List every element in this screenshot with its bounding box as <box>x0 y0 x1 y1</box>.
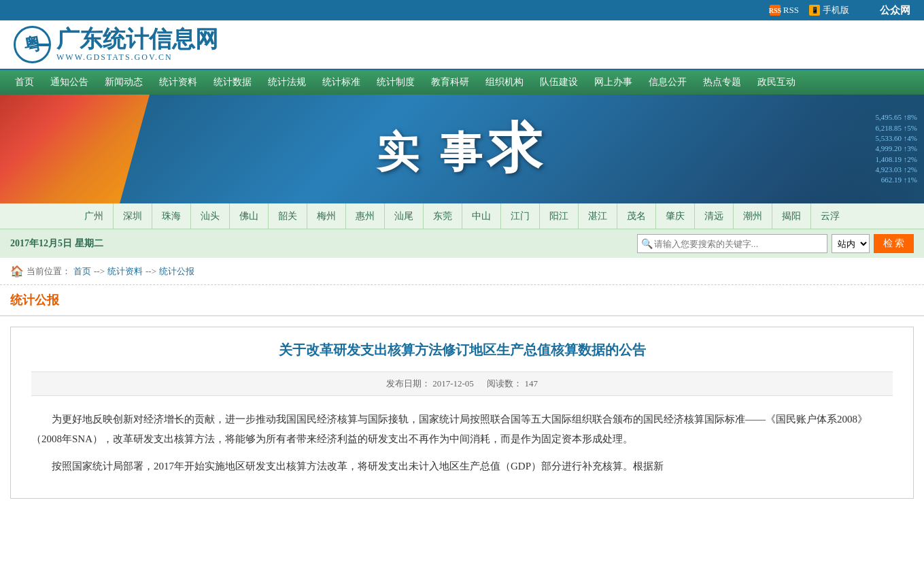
city-shenzhen[interactable]: 深圳 <box>114 203 152 229</box>
main-nav: 首页 通知公告 新闻动态 统计资料 统计数据 统计法规 统计标准 统计制度 教育… <box>0 70 924 95</box>
logo-area[interactable]: 粤 广东统计信息网 WWW.GDSTATS.GOV.CN <box>14 26 218 63</box>
city-shanwei[interactable]: 汕尾 <box>385 203 424 229</box>
city-shaoguan[interactable]: 韶关 <box>269 203 307 229</box>
nav-item-organization[interactable]: 组织机构 <box>477 70 532 95</box>
section-title: 统计公报 <box>10 293 59 307</box>
mobile-icon: 📱 <box>809 5 820 16</box>
city-yangjiang[interactable]: 阳江 <box>540 203 579 229</box>
city-jiangmen[interactable]: 江门 <box>501 203 540 229</box>
home-icon: 🏠 <box>10 265 24 278</box>
nav-item-education[interactable]: 教育科研 <box>423 70 477 95</box>
stock-data: 5,495.65 ↑8% 6,218.85 ↑5% 5,533.60 ↑4% 4… <box>876 112 917 186</box>
article-meta: 发布日期： 2017-12-05 阅读数： 147 <box>31 372 893 396</box>
search-button[interactable]: 检 索 <box>874 234 914 253</box>
date-search-bar: 2017年12月5日 星期二 🔍 站内 全站 检 索 <box>0 229 924 258</box>
article-title: 关于改革研发支出核算方法修订地区生产总值核算数据的公告 <box>31 341 893 359</box>
city-zhongshan[interactable]: 中山 <box>462 203 501 229</box>
city-meizhou[interactable]: 梅州 <box>307 203 346 229</box>
rss-icon: RSS <box>770 5 781 16</box>
city-foshan[interactable]: 佛山 <box>230 203 269 229</box>
publish-date-label: 发布日期： <box>386 378 430 389</box>
city-shantou[interactable]: 汕头 <box>191 203 230 229</box>
rss-link[interactable]: RSS RSS <box>770 5 799 16</box>
banner-decoration-right: 5,495.65 ↑8% 6,218.85 ↑5% 5,533.60 ↑4% 4… <box>788 95 924 203</box>
date-display: 2017年12月5日 星期二 <box>10 237 103 250</box>
nav-item-hotspot[interactable]: 热点专题 <box>695 70 749 95</box>
read-count-value: 147 <box>525 378 538 389</box>
header: 粤 广东统计信息网 WWW.GDSTATS.GOV.CN <box>0 20 924 70</box>
logo-title: 广东统计信息网 <box>56 27 218 52</box>
mobile-label: 手机版 <box>823 4 849 16</box>
city-qingyuan[interactable]: 清远 <box>695 203 734 229</box>
article-container: 关于改革研发支出核算方法修订地区生产总值核算数据的公告 发布日期： 2017-1… <box>10 327 914 499</box>
city-maoming[interactable]: 茂名 <box>617 203 656 229</box>
banner-text: 实 事求 <box>377 129 548 176</box>
nav-item-stats-material[interactable]: 统计资料 <box>151 70 205 95</box>
nav-item-notice[interactable]: 通知公告 <box>42 70 97 95</box>
search-input-wrapper: 🔍 <box>637 234 827 253</box>
nav-item-news[interactable]: 新闻动态 <box>97 70 151 95</box>
meta-spacer <box>476 378 485 389</box>
city-huizhou[interactable]: 惠州 <box>346 203 385 229</box>
nav-item-stats-system[interactable]: 统计制度 <box>369 70 423 95</box>
nav-item-home[interactable]: 首页 <box>7 70 42 95</box>
breadcrumb-level1[interactable]: 统计资料 <box>107 265 143 278</box>
city-yunfu[interactable]: 云浮 <box>811 203 849 229</box>
nav-item-stats-law[interactable]: 统计法规 <box>260 70 314 95</box>
mobile-link[interactable]: 📱 手机版 <box>809 4 849 16</box>
breadcrumb-level2[interactable]: 统计公报 <box>159 265 194 278</box>
nav-item-online[interactable]: 网上办事 <box>586 70 640 95</box>
nav-item-stats-standard[interactable]: 统计标准 <box>314 70 369 95</box>
banner-main-text: 实 事求 <box>377 112 548 186</box>
article-body: 为更好地反映创新对经济增长的贡献，进一步推动我国国民经济核算与国际接轨，国家统计… <box>31 410 893 476</box>
city-nav: 广州 深圳 珠海 汕头 佛山 韶关 梅州 惠州 汕尾 东莞 中山 江门 阳江 湛… <box>0 203 924 229</box>
rss-label: RSS <box>783 5 799 16</box>
city-chaozhou[interactable]: 潮州 <box>734 203 772 229</box>
nav-item-team[interactable]: 队伍建设 <box>532 70 586 95</box>
city-jieyang[interactable]: 揭阳 <box>772 203 811 229</box>
logo-text-area: 广东统计信息网 WWW.GDSTATS.GOV.CN <box>56 27 218 62</box>
publish-date-value: 2017-12-05 <box>432 378 474 389</box>
city-guangzhou[interactable]: 广州 <box>75 203 114 229</box>
search-icon: 🔍 <box>641 238 653 250</box>
article-paragraph-1: 为更好地反映创新对经济增长的贡献，进一步推动我国国民经济核算与国际接轨，国家统计… <box>31 410 893 448</box>
section-title-bar: 统计公报 <box>0 285 924 316</box>
search-scope-select[interactable]: 站内 全站 <box>832 234 870 253</box>
search-area: 🔍 站内 全站 检 索 <box>637 234 914 253</box>
city-dongguan[interactable]: 东莞 <box>424 203 462 229</box>
logo-subtitle: WWW.GDSTATS.GOV.CN <box>56 52 218 63</box>
banner-decoration-left <box>0 95 150 203</box>
breadcrumb-sep1: --> <box>94 266 105 277</box>
banner: 实 事求 5,495.65 ↑8% 6,218.85 ↑5% 5,533.60 … <box>0 95 924 203</box>
article-paragraph-2: 按照国家统计局部署，2017年开始实施地区研发支出核算方法改革，将研发支出未计入… <box>31 457 893 476</box>
city-zhanjiang[interactable]: 湛江 <box>579 203 617 229</box>
read-count-label: 阅读数： <box>487 378 522 389</box>
breadcrumb: 🏠 当前位置： 首页 --> 统计资料 --> 统计公报 <box>0 258 924 285</box>
nav-item-interaction[interactable]: 政民互动 <box>749 70 804 95</box>
city-zhaoqing[interactable]: 肇庆 <box>656 203 695 229</box>
breadcrumb-home[interactable]: 首页 <box>73 265 91 278</box>
nav-item-info[interactable]: 信息公开 <box>640 70 695 95</box>
breadcrumb-sep2: --> <box>146 266 156 277</box>
city-zhuhai[interactable]: 珠海 <box>152 203 191 229</box>
top-bar: RSS RSS 📱 手机版 公众网 <box>0 0 924 20</box>
nav-item-stats-data[interactable]: 统计数据 <box>205 70 260 95</box>
logo-icon: 粤 <box>14 26 51 63</box>
gongzhong-label: 公众网 <box>880 4 910 17</box>
search-input[interactable] <box>637 234 827 253</box>
breadcrumb-label: 当前位置： <box>27 265 71 278</box>
